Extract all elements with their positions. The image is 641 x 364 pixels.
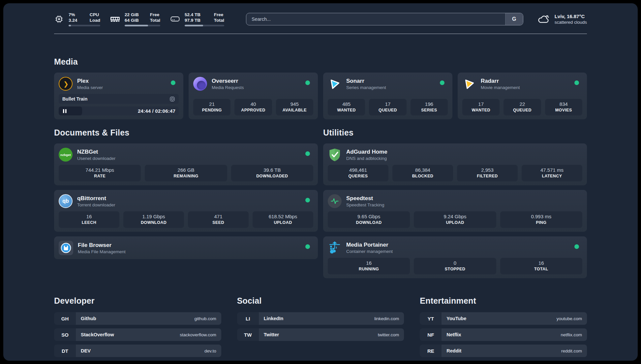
stat-label: APPROVED [236, 107, 270, 113]
stat-value: 47.571 ms [524, 167, 580, 173]
link-name: StackOverflow [81, 332, 114, 337]
storage-total-label: Total [214, 17, 224, 23]
header-divider [54, 34, 587, 34]
link-netflix[interactable]: NF Netflix netflix.com [420, 328, 587, 341]
stat-label: RATE [61, 173, 139, 179]
app-card-speedtest[interactable]: Speedtest Speedtest Tracking 9.65 Gbps D… [323, 190, 587, 232]
link-abbr: DT [54, 345, 76, 357]
pause-button[interactable] [59, 106, 82, 115]
stat-value: 618.52 Mbps [255, 213, 311, 220]
stat-label: LEECH [61, 220, 117, 226]
search-engine-button[interactable]: G [505, 13, 523, 25]
adguard-icon [328, 148, 342, 162]
stat-tile: 498,461 QUERIES [328, 165, 388, 181]
stat-tile: 21 PENDING [193, 99, 230, 115]
link-abbr: SO [54, 328, 76, 341]
cloud-icon [536, 14, 550, 25]
app-name: NZBGet [77, 148, 115, 155]
section-title-developer: Developer [54, 296, 221, 306]
section-title-documents: Documents & Files [54, 128, 318, 137]
status-dot [305, 244, 310, 249]
stat-value: 485 [330, 101, 363, 107]
storage-free-value: 52.4 TB [185, 12, 200, 17]
stat-value: 498,461 [330, 167, 386, 173]
app-name: Media Portainer [346, 241, 393, 248]
app-card-adguard[interactable]: AdGuard Home DNS and adblocking 498,461 … [323, 143, 587, 185]
app-subtitle: Series management [346, 85, 386, 90]
link-stackoverflow[interactable]: SO StackOverflow stackoverflow.com [54, 328, 221, 341]
stat-value: 2,953 [459, 167, 516, 173]
link-youtube[interactable]: YT YouTube youtube.com [420, 312, 587, 325]
link-dev[interactable]: DT DEV dev.to [54, 345, 221, 357]
app-name: Overseerr [212, 77, 244, 84]
stat-label: AVAILABLE [278, 107, 311, 113]
session-icon [169, 96, 175, 102]
link-url: twitter.com [378, 332, 399, 337]
stat-label: SERIES [412, 107, 446, 113]
weather-location-temp: Lviv, 16.87°C [555, 13, 587, 19]
qbittorrent-icon: qb [59, 194, 73, 208]
stat-tile: 266 GB REMAINING [145, 165, 227, 181]
cpu-usage-label: CPU [90, 12, 100, 17]
stat-tile: 16 TOTAL [500, 258, 582, 274]
cpu-widget: 7% 3.24 CPU Load [54, 12, 100, 26]
stat-label: WANTED [330, 107, 363, 113]
stat-tile: 16 LEECH [59, 211, 119, 228]
stat-value: 945 [278, 101, 311, 107]
app-card-nzbget[interactable]: nzbget NZBGet Usenet downloader 744.21 M… [54, 143, 318, 185]
stat-value: 9.65 Gbps [330, 213, 408, 220]
stat-label: PING [502, 220, 580, 226]
stat-tile: 0 STOPPED [414, 258, 496, 274]
app-card-portainer[interactable]: Media Portainer Container management 16 … [323, 236, 587, 278]
link-abbr: YT [420, 312, 442, 325]
portainer-icon [328, 241, 342, 255]
ram-icon [110, 14, 120, 24]
link-abbr: TW [237, 328, 259, 341]
memory-total-value: 64 GiB [125, 17, 139, 23]
sonarr-icon [328, 77, 342, 91]
storage-total-value: 97.9 TB [185, 17, 200, 23]
app-card-radarr[interactable]: Radarr Movie management 17 WANTED 22 QUE… [458, 73, 587, 119]
stat-tile: 17 QUEUED [369, 99, 406, 115]
app-subtitle: Movie management [481, 85, 520, 90]
stat-label: REMAINING [147, 173, 225, 179]
stat-label: LATENCY [524, 173, 580, 179]
stat-label: TOTAL [502, 266, 580, 272]
dashboard: 7% 3.24 CPU Load [3, 3, 638, 361]
now-playing-row: Bullet Train [59, 94, 179, 104]
header: 7% 3.24 CPU Load [54, 11, 587, 27]
plex-icon: ❯ [59, 77, 73, 91]
stat-value: 22 [505, 101, 539, 107]
app-card-sonarr[interactable]: Sonarr Series management 485 WANTED 17 Q… [323, 73, 452, 119]
stat-value: 16 [61, 213, 117, 220]
link-url: linkedin.com [374, 316, 399, 321]
screen: 7% 3.24 CPU Load [0, 0, 641, 364]
app-card-plex[interactable]: ❯ Plex Media server Bullet Train [54, 73, 183, 119]
link-name: Netflix [446, 332, 461, 337]
app-card-qbittorrent[interactable]: qb qBittorrent Torrent downloader 16 LEE… [54, 190, 318, 232]
stat-tile: 40 APPROVED [234, 99, 272, 115]
stat-tile: 196 SERIES [411, 99, 448, 115]
app-subtitle: Media Requests [212, 85, 244, 90]
section-title-social: Social [237, 296, 404, 306]
filebrowser-icon [59, 241, 73, 255]
stat-label: QUEUED [371, 107, 404, 113]
stat-value: 39.6 TB [233, 167, 311, 173]
stat-tile: 2,953 FILTERED [457, 165, 518, 181]
link-github[interactable]: GH Github github.com [54, 312, 221, 325]
search-input[interactable] [246, 13, 505, 25]
media-grid: ❯ Plex Media server Bullet Train [54, 73, 587, 119]
app-subtitle: Speedtest Tracking [346, 202, 384, 208]
link-linkedin[interactable]: LI LinkedIn linkedin.com [237, 312, 404, 325]
link-name: Reddit [446, 348, 461, 353]
link-twitter[interactable]: TW Twitter twitter.com [237, 328, 404, 341]
app-name: AdGuard Home [346, 148, 387, 155]
link-reddit[interactable]: RE Reddit reddit.com [420, 345, 587, 357]
app-card-filebrowser[interactable]: File Browser Media File Management [54, 236, 318, 259]
stat-tile: 0.993 ms PING [500, 211, 582, 228]
stat-label: PENDING [195, 107, 229, 113]
link-name: Twitter [264, 332, 279, 337]
link-name: LinkedIn [264, 316, 284, 321]
app-card-overseerr[interactable]: Overseerr Media Requests 21 PENDING 40 A… [189, 73, 318, 119]
utilities-column: Utilities AdGuard Home DNS and adblockin… [323, 119, 587, 278]
